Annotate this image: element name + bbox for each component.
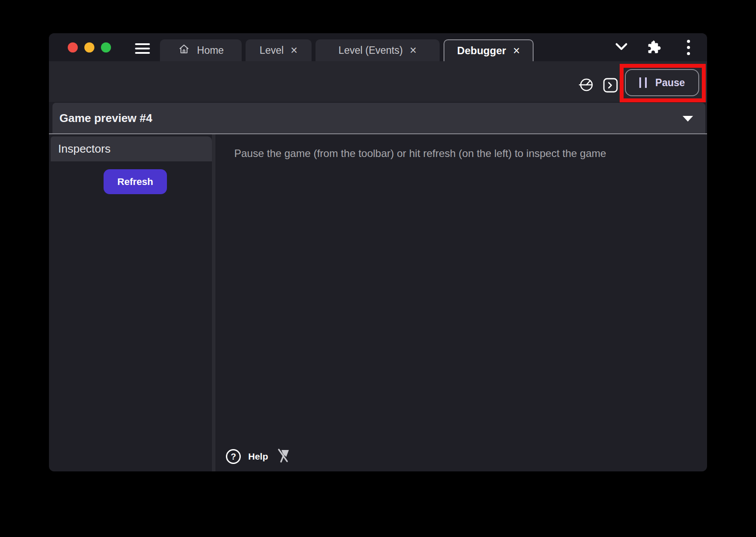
- puzzle-extensions-icon[interactable]: [646, 39, 662, 57]
- chevron-down-icon[interactable]: [614, 42, 629, 54]
- tab-home[interactable]: Home: [160, 39, 242, 61]
- game-preview-header-row: Game preview #4: [49, 102, 707, 134]
- refresh-button[interactable]: Refresh: [104, 169, 167, 194]
- tab-bar: Home Level × Level (Events) × Debugger ×: [160, 39, 534, 61]
- help-button[interactable]: ? Help: [226, 447, 290, 466]
- help-label: Help: [248, 451, 268, 462]
- debugger-main-panel: Pause the game (from the toolbar) or hit…: [215, 134, 707, 471]
- inspectors-header: Inspectors: [51, 136, 212, 161]
- window-controls: [68, 42, 111, 52]
- desktop-background: Home Level × Level (Events) × Debugger ×: [0, 0, 756, 537]
- pause-button-label: Pause: [655, 77, 685, 89]
- inspectors-title: Inspectors: [58, 142, 111, 156]
- inspectors-sidebar: Inspectors Refresh: [49, 134, 212, 471]
- tab-label: Debugger: [457, 45, 506, 57]
- profiler-gauge-icon[interactable]: [579, 77, 593, 94]
- content-area: Inspectors Refresh Pause the game (from …: [49, 134, 707, 471]
- help-icon: ?: [226, 449, 241, 464]
- pin-off-icon[interactable]: [276, 447, 290, 466]
- console-icon[interactable]: [602, 77, 619, 95]
- kebab-menu-icon[interactable]: [687, 40, 690, 55]
- close-window-button[interactable]: [68, 42, 78, 52]
- game-preview-title: Game preview #4: [59, 112, 152, 125]
- tab-level[interactable]: Level ×: [246, 39, 312, 61]
- tab-label: Level (Events): [339, 45, 403, 56]
- panel-splitter[interactable]: [212, 134, 215, 471]
- tab-label: Level: [260, 45, 284, 56]
- tab-debugger[interactable]: Debugger ×: [444, 39, 534, 61]
- pause-bars-icon: [639, 77, 647, 88]
- home-icon: [178, 43, 190, 58]
- close-tab-icon[interactable]: ×: [513, 45, 520, 57]
- maximize-window-button[interactable]: [101, 42, 111, 52]
- pause-button[interactable]: Pause: [625, 69, 699, 96]
- titlebar: Home Level × Level (Events) × Debugger ×: [49, 33, 707, 61]
- debugger-window: Home Level × Level (Events) × Debugger ×: [49, 33, 707, 471]
- minimize-window-button[interactable]: [84, 42, 94, 52]
- game-preview-selector[interactable]: Game preview #4: [52, 103, 705, 133]
- tab-label: Home: [197, 45, 224, 56]
- empty-state-message: Pause the game (from the toolbar) or hit…: [234, 147, 606, 160]
- tab-level-events[interactable]: Level (Events) ×: [316, 39, 440, 61]
- close-tab-icon[interactable]: ×: [410, 45, 417, 56]
- caret-down-icon: [683, 116, 693, 122]
- debugger-toolbar: Pause: [49, 61, 707, 102]
- close-tab-icon[interactable]: ×: [291, 45, 298, 56]
- hamburger-icon[interactable]: [135, 43, 150, 54]
